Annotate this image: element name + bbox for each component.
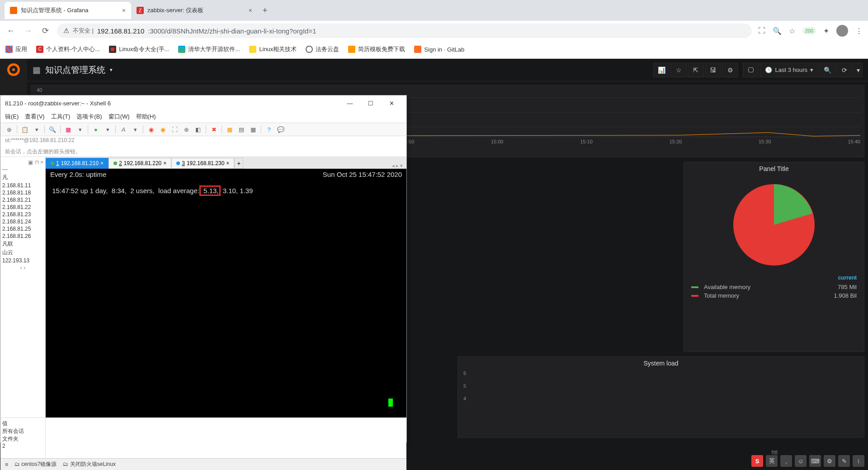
chevron-down-icon[interactable]: ▾ xyxy=(104,125,112,133)
minimize-button[interactable]: — xyxy=(340,96,360,110)
tree-item[interactable]: 2.168.81.23 xyxy=(2,211,43,218)
session-tab[interactable]: 1 192.168.81.210 × xyxy=(46,158,108,169)
tree-item[interactable]: 2.168.81.21 xyxy=(2,196,43,204)
tree-item[interactable]: 2.168.81.22 xyxy=(2,204,43,211)
close-icon[interactable]: × xyxy=(249,7,252,14)
toolbar-icon[interactable]: ◧ xyxy=(194,125,202,133)
ime-punct-button[interactable]: , xyxy=(780,455,792,467)
toolbar-icon[interactable]: ✖ xyxy=(210,125,218,133)
time-range-picker[interactable]: 🕓 Last 3 hours ▾ xyxy=(760,63,818,77)
forward-button[interactable]: → xyxy=(23,25,33,36)
toolbar-icon[interactable]: ▦ xyxy=(64,125,72,133)
xshell-titlebar[interactable]: 81.210 - root@zabbix-server:~ - Xshell 6… xyxy=(0,95,406,111)
close-button[interactable]: ✕ xyxy=(381,96,402,110)
extensions-icon[interactable]: ✦ xyxy=(823,27,829,35)
close-icon[interactable]: × xyxy=(100,160,104,166)
address-bar[interactable]: ⚠ 不安全 | 192.168.81.210:3000/d/8SNhJntMz/… xyxy=(57,24,752,38)
tree-scroll[interactable]: ‹ › xyxy=(2,264,43,271)
bookmark-item[interactable]: Linux相关技术 xyxy=(249,45,297,53)
tree-item[interactable]: 122.193.13 xyxy=(2,257,43,264)
ime-more-button[interactable]: ⁞ xyxy=(853,455,864,467)
bookmark-item[interactable]: Linux命令大全(手... xyxy=(109,45,169,53)
new-tab-button[interactable]: + xyxy=(258,6,272,15)
add-tab-button[interactable]: + xyxy=(234,158,243,169)
toolbar-icon[interactable]: ▤ xyxy=(237,125,245,133)
close-icon[interactable]: × xyxy=(163,160,166,166)
toolbar-icon[interactable]: ⊕ xyxy=(182,125,190,133)
toolbar-icon[interactable]: ◉ xyxy=(159,125,167,133)
bookmark-item[interactable]: Sign in · GitLab xyxy=(414,46,464,53)
ime-settings-button[interactable]: ⚙ xyxy=(824,455,835,467)
dashboard-title[interactable]: ▦ 知识点管理系统 ▾ xyxy=(33,64,113,76)
xshell-window[interactable]: 81.210 - root@zabbix-server:~ - Xshell 6… xyxy=(0,95,407,442)
bottom-icon[interactable]: ≡ xyxy=(5,461,8,468)
settings-button[interactable]: ⚙ xyxy=(722,63,738,77)
tree-item[interactable]: 2.168.81.25 xyxy=(2,225,43,233)
tree-item[interactable]: 山云 xyxy=(2,248,43,257)
tab-nav[interactable]: ◂ ▸ ▾ xyxy=(388,163,406,169)
search-icon[interactable]: 🔍 xyxy=(48,125,57,133)
menu-tools[interactable]: 工具(T) xyxy=(51,113,71,121)
add-panel-button[interactable]: 📊 xyxy=(653,63,670,77)
refresh-interval-button[interactable]: ▾ xyxy=(854,63,863,77)
translate-icon[interactable]: ⛶ xyxy=(758,27,765,35)
maximize-button[interactable]: ☐ xyxy=(360,96,381,110)
cycle-view-button[interactable]: 🖵 xyxy=(743,63,759,77)
terminal[interactable]: Every 2.0s: uptimeSun Oct 25 15:47:52 20… xyxy=(46,169,406,418)
legend-item[interactable]: Available memory785 Mil xyxy=(691,283,857,291)
share-button[interactable]: ⇱ xyxy=(688,63,704,77)
reload-button[interactable]: ⟳ xyxy=(40,25,51,36)
bookmark-item[interactable]: 简历模板免费下载 xyxy=(348,45,405,53)
session-tab[interactable]: 2 192.168.81.220 × xyxy=(108,158,171,169)
grafana-logo-icon[interactable] xyxy=(6,62,21,77)
session-tab[interactable]: 3 192.168.81.230 × xyxy=(171,158,234,169)
browser-tab-grafana[interactable]: 知识点管理系统 - Grafana × xyxy=(5,2,131,19)
ime-keyboard-button[interactable]: ⌨ xyxy=(809,455,821,467)
chevron-down-icon[interactable]: ▾ xyxy=(33,125,41,133)
close-icon[interactable]: × xyxy=(226,160,229,166)
ime-emoji-button[interactable]: ☺ xyxy=(795,455,807,467)
toolbar-icon[interactable]: ⊕ xyxy=(5,125,13,133)
refresh-button[interactable]: ⟳ xyxy=(836,63,853,77)
font-icon[interactable]: A xyxy=(119,125,127,133)
ime-toolbar[interactable]: S 英 , ☺ ⌨ ⚙ ✎ ⁞ xyxy=(748,452,868,470)
tree-item[interactable]: 凡 xyxy=(2,173,43,182)
session-tree[interactable]: ▣ ⊓ × ⋯ 凡 2.168.81.11 2.168.81.18 2.168.… xyxy=(0,157,46,418)
back-button[interactable]: ← xyxy=(5,25,16,36)
bookmark-item[interactable]: C个人资料-个人中心... xyxy=(36,45,100,53)
tree-pin-row[interactable]: ▣ ⊓ × xyxy=(2,159,43,166)
toolbar-icon[interactable]: ▦ xyxy=(249,125,257,133)
ime-skin-button[interactable]: ✎ xyxy=(838,455,850,467)
xshell-address[interactable]: ot:******@192.168.81.210:22 xyxy=(0,136,406,147)
help-icon[interactable]: ? xyxy=(265,125,273,133)
zoom-out-button[interactable]: 🔍 xyxy=(819,63,835,77)
browser-tab-zabbix[interactable]: Z zabbix-server: 仪表板 × xyxy=(131,2,258,19)
profile-icon[interactable] xyxy=(836,25,848,37)
tree-item[interactable]: 2.168.81.11 xyxy=(2,182,43,189)
toolbar-icon[interactable]: ● xyxy=(92,125,100,133)
bottom-item[interactable]: 🗂 centos7镜像源 xyxy=(14,461,57,468)
toolbar-icon[interactable]: ◉ xyxy=(147,125,155,133)
toolbar-icon[interactable]: ▦ xyxy=(226,125,234,133)
ime-lang-button[interactable]: 英 xyxy=(766,455,778,467)
bookmark-item[interactable]: 清华大学开源软件... xyxy=(178,45,240,53)
star-button[interactable]: ☆ xyxy=(670,63,687,77)
menu-tabs[interactable]: 选项卡(B) xyxy=(76,113,102,121)
menu-view[interactable]: 查看(V) xyxy=(25,113,44,121)
chevron-down-icon[interactable]: ▾ xyxy=(76,125,84,133)
bottom-item[interactable]: 🗂 关闭防火墙seLinux xyxy=(63,461,116,468)
ime-sogou-icon[interactable]: S xyxy=(751,455,763,467)
close-icon[interactable]: × xyxy=(122,7,126,14)
toolbar-icon[interactable]: ⛶ xyxy=(170,125,179,133)
tree-item[interactable]: ⋯ xyxy=(2,166,43,173)
toolbar-icon[interactable]: 📋 xyxy=(21,125,29,133)
memory-pie-panel[interactable]: Panel Title current Available memory785 … xyxy=(684,162,864,352)
tree-item[interactable]: 2.168.81.24 xyxy=(2,218,43,225)
chat-icon[interactable]: 💬 xyxy=(277,125,285,133)
star-icon[interactable]: ☆ xyxy=(789,27,795,35)
search-icon[interactable]: 🔍 xyxy=(773,27,782,35)
chevron-down-icon[interactable]: ▾ xyxy=(131,125,139,133)
legend-item[interactable]: Total memory1.908 Bil xyxy=(691,291,857,300)
bookmark-item[interactable]: 法务云盘 xyxy=(306,45,339,53)
tree-item[interactable]: 凡联 xyxy=(2,240,43,248)
